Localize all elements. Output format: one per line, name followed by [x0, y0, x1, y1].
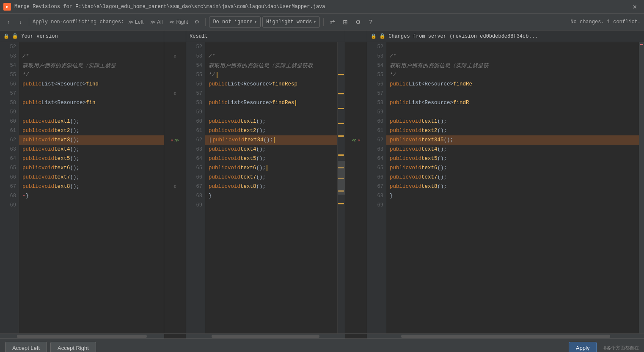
- bookmark-icon[interactable]: ⊙: [173, 91, 176, 96]
- ignore-whitespace-dropdown[interactable]: Do not ignore ▾: [209, 16, 261, 28]
- left-code-lines: /* 获取用户拥有的资源信息（实际上就是 */ public List<Reso…: [19, 42, 164, 333]
- highlight-mode-dropdown[interactable]: Highlight words ▾: [262, 16, 320, 28]
- gutter-spacer: [164, 42, 186, 52]
- gutter-spacer: [345, 173, 367, 182]
- line-num: 64: [367, 154, 386, 163]
- bookmark-icon[interactable]: ⊙: [173, 54, 176, 59]
- line-num: 65: [186, 163, 205, 173]
- left-code-container: 52 53 54 55 56 57 58 59 60 61 62 63 64 6…: [0, 42, 164, 333]
- gutter-spacer: [345, 70, 367, 80]
- accept-left-button[interactable]: ≫: [174, 138, 179, 143]
- accept-right-all-button[interactable]: ≪ Right: [167, 16, 190, 28]
- code-line: [386, 107, 639, 117]
- line-num: 62: [186, 135, 205, 145]
- line-num: 57: [367, 89, 386, 98]
- toolbar: ↑ ↓ Apply non-conflicting changes: ≫ Lef…: [0, 14, 644, 30]
- right-code-lines: /* 获取用户拥有的资源信息（实际上就是获 */ public List<Res…: [386, 42, 639, 333]
- line-num: 64: [186, 154, 205, 163]
- left-scrollbar-thumb[interactable]: [17, 335, 147, 338]
- line-num: 58: [186, 98, 205, 107]
- side-by-side-button[interactable]: ⊞: [340, 16, 351, 28]
- line-num: 63: [0, 145, 19, 154]
- gutter-scroll: [164, 334, 186, 338]
- line-num: 66: [186, 173, 205, 182]
- left-panel-header: 🔒 🔒 Your version: [0, 30, 164, 42]
- accept-left-all-button[interactable]: ≫ Left: [126, 16, 146, 28]
- code-line: [19, 107, 164, 117]
- accept-left-button[interactable]: Accept Left: [5, 342, 47, 352]
- line-num: 55: [0, 70, 19, 80]
- code-line: [386, 201, 639, 210]
- reject-right-button[interactable]: ✕: [358, 138, 361, 143]
- right-scrollbar[interactable]: [639, 42, 644, 333]
- line-num: 53: [186, 52, 205, 61]
- conflict-gutter-62: ✕ ≫: [164, 135, 186, 145]
- code-line: public void text7();: [205, 173, 337, 182]
- line-num: 59: [367, 107, 386, 117]
- line-num: 62: [0, 135, 19, 145]
- magic-resolve-button[interactable]: ⚙: [192, 16, 202, 28]
- scroll-thumb[interactable]: [338, 161, 345, 195]
- next-conflict-button[interactable]: ↓: [15, 16, 25, 28]
- line-num: 54: [186, 61, 205, 70]
- close-button[interactable]: ✕: [629, 1, 641, 13]
- center-scrollbar-thumb[interactable]: [212, 335, 319, 338]
- gutter-spacer: [164, 117, 186, 126]
- apply-button[interactable]: Apply: [569, 342, 597, 352]
- gutter-spacer: [164, 191, 186, 201]
- line-num: 67: [367, 182, 386, 191]
- prev-conflict-button[interactable]: ↑: [3, 16, 14, 28]
- accept-right-button[interactable]: Accept Right: [50, 342, 96, 352]
- line-num: 58: [367, 98, 386, 107]
- gutter-spacer: [164, 126, 186, 135]
- bottom-bar: Accept Left Accept Right Apply @各个方面都自在: [0, 338, 644, 352]
- line-num: 54: [0, 61, 19, 70]
- line-num: 60: [0, 117, 19, 126]
- gutter-spacer: [345, 191, 367, 201]
- right-panel-header: 🔒 🔒 Changes from server (revision ed0bde…: [367, 30, 644, 42]
- code-line: 获取用户拥有的资源信息（实际上就是获取: [205, 61, 337, 70]
- center-code-container: 52 53 54 55 56 57 58 59 60 61 62 63 64 6…: [186, 42, 345, 333]
- code-line: [19, 42, 164, 52]
- code-line: */: [19, 70, 164, 80]
- right-scrollbar-thumb[interactable]: [401, 335, 610, 338]
- accept-all-button[interactable]: ≫ All: [148, 16, 165, 28]
- window-title: Merge Revisions for F:\bao\a\lagou_edu_h…: [14, 4, 629, 10]
- gutter-header: [164, 30, 186, 42]
- settings-button[interactable]: ⚙: [352, 16, 363, 28]
- minimap-mark: [338, 123, 344, 124]
- left-scrollbar[interactable]: [0, 334, 164, 338]
- line-num: 56: [0, 80, 19, 89]
- help-button[interactable]: ?: [365, 16, 376, 28]
- code-line: public void text5();: [386, 154, 639, 163]
- gutter-spacer: [345, 61, 367, 70]
- line-num: 66: [367, 173, 386, 182]
- line-num: 69: [367, 201, 386, 210]
- reject-left-button[interactable]: ✕: [171, 138, 173, 143]
- gutter-spacer: [345, 182, 367, 191]
- code-line: /*: [386, 52, 639, 61]
- code-line: }: [205, 191, 337, 201]
- line-num: 53: [0, 52, 19, 61]
- gutter-spacer: [345, 117, 367, 126]
- code-line: [205, 107, 337, 117]
- separator-2: [205, 18, 206, 26]
- gutter-spacer: [345, 107, 367, 117]
- code-line: 获取用户拥有的资源信息（实际上就是: [19, 61, 164, 70]
- center-scrollbar[interactable]: [186, 334, 345, 338]
- gutter-marker: ⊙: [164, 52, 186, 61]
- bookmark-icon[interactable]: ⊙: [173, 184, 176, 189]
- right-scrollbar-h[interactable]: [367, 334, 644, 338]
- line-num: 61: [0, 126, 19, 135]
- line-num: 69: [186, 201, 205, 210]
- lock-icon-right: 🔒: [371, 33, 377, 39]
- center-code-lines: /* 获取用户拥有的资源信息（实际上就是获取 */ public List<Re…: [205, 42, 337, 333]
- accept-right-button[interactable]: ≪: [352, 138, 357, 143]
- line-num: 54: [367, 61, 386, 70]
- center-line-numbers: 52 53 54 55 56 57 58 59 60 61 62 63 64 6…: [186, 42, 205, 333]
- separator-3: [323, 18, 324, 26]
- sync-scroll-button[interactable]: ⇄: [327, 16, 338, 28]
- gutter-spacer: [164, 107, 186, 117]
- left-center-gutter: ⊙ ⊙ ✕ ≫ ⊙: [164, 30, 186, 333]
- scroll-conflict-mark: [640, 44, 643, 45]
